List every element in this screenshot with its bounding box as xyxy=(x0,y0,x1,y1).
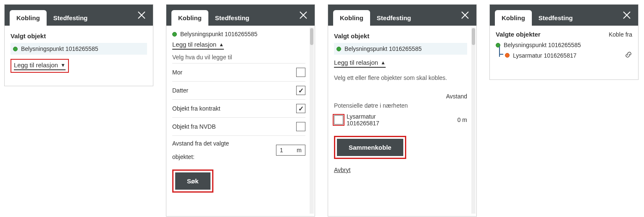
add-relation-toggle[interactable]: Legg til relasjon ▲ xyxy=(172,41,224,50)
tree-parent-row[interactable]: Belysningspunkt 1016265585 xyxy=(496,40,632,50)
option-row-nvdb: Objekt fra NVDB xyxy=(172,117,305,135)
checkbox-datter[interactable] xyxy=(296,86,305,95)
option-row-kontrakt: Objekt fra kontrakt xyxy=(172,99,305,117)
tab-kobling[interactable]: Kobling xyxy=(171,10,208,26)
selected-objects-heading: Valgte objekter xyxy=(496,31,541,38)
candidates-label: Potensielle døtre i nærheten xyxy=(334,102,467,109)
option-row-mor: Mor xyxy=(172,63,305,81)
status-dot-icon xyxy=(13,47,18,51)
option-label: Objekt fra kontrakt xyxy=(172,105,220,112)
disconnect-link[interactable]: Koble fra xyxy=(609,31,632,38)
panel-step-2: Kobling Stedfesting Belysningspunkt 1016… xyxy=(166,4,315,217)
tree-parent-name: Belysningspunkt 1016265585 xyxy=(504,42,581,48)
highlight-box: Sammenkoble xyxy=(334,136,406,159)
panel-step-4: Kobling Stedfesting Valgte objekter Kobl… xyxy=(489,4,639,80)
panel-body: Belysningspunkt 1016265585 Legg til rela… xyxy=(166,26,315,216)
add-relation-toggle[interactable]: Legg til relasjon ▲ xyxy=(334,59,386,68)
checkbox-candidate[interactable] xyxy=(334,115,343,124)
tab-kobling[interactable]: Kobling xyxy=(333,10,370,26)
relation-tree: Belysningspunkt 1016265585 Lysarmatur 10… xyxy=(496,40,632,61)
distance-column-header: Avstand xyxy=(334,93,467,100)
add-relation-label: Legg til relasjon xyxy=(172,41,216,48)
close-icon[interactable] xyxy=(296,8,310,22)
chevron-up-icon: ▲ xyxy=(219,42,224,48)
tab-kobling[interactable]: Kobling xyxy=(495,10,532,26)
panel-step-1: Kobling Stedfesting Valgt objekt Belysni… xyxy=(4,4,153,86)
distance-label-1: Avstand fra det valgte xyxy=(172,140,229,147)
panel-header: Kobling Stedfesting xyxy=(166,5,315,26)
option-label: Mor xyxy=(172,69,182,76)
panel-header: Kobling Stedfesting xyxy=(5,5,153,26)
panel-header: Kobling Stedfesting xyxy=(328,5,476,26)
close-icon[interactable] xyxy=(134,8,149,22)
status-dot-icon xyxy=(172,32,177,37)
add-relation-label: Legg til relasjon xyxy=(334,59,378,66)
option-label: Objekt fra NVDB xyxy=(172,123,216,130)
candidate-name: Lysarmatur 1016265817 xyxy=(347,113,410,127)
selected-object-row[interactable]: Belysningspunkt 1016265585 xyxy=(334,43,467,55)
selected-object-heading: Valgt objekt xyxy=(334,32,467,40)
candidate-row: Lysarmatur 1016265817 0 m xyxy=(334,111,467,128)
connect-button[interactable]: Sammenkoble xyxy=(337,139,403,156)
option-label: Datter xyxy=(172,87,188,94)
status-dot-icon xyxy=(505,53,510,58)
selected-object-name: Belysningspunkt 1016265585 xyxy=(344,45,422,52)
unlink-icon[interactable] xyxy=(625,51,632,60)
selected-object-heading: Valgt objekt xyxy=(11,32,147,40)
chevron-up-icon: ▲ xyxy=(381,60,386,66)
tab-kobling[interactable]: Kobling xyxy=(10,10,47,26)
add-relation-label: Legg til relasjon xyxy=(14,61,58,69)
checkbox-kontrakt[interactable] xyxy=(296,104,305,113)
add-relation-toggle[interactable]: Legg til relasjon ▼ xyxy=(14,61,66,70)
tree-child-row[interactable]: Lysarmatur 1016265817 xyxy=(496,50,632,61)
chevron-down-icon: ▼ xyxy=(60,62,66,68)
checkbox-nvdb[interactable] xyxy=(296,122,305,131)
helper-text: Velg hva du vil legge til xyxy=(172,54,305,61)
cancel-link[interactable]: Avbryt xyxy=(334,167,350,173)
distance-input[interactable]: 1 m xyxy=(276,145,305,156)
panel-body: Valgte objekter Koble fra Belysningspunk… xyxy=(490,26,638,79)
panel-body: Valgt objekt Belysningspunkt 1016265585 … xyxy=(328,26,476,216)
tree-child-name: Lysarmatur 1016265817 xyxy=(513,52,576,59)
distance-label-2: objektet: xyxy=(172,153,229,160)
highlight-box: Legg til relasjon ▼ xyxy=(11,59,69,73)
panel-header: Kobling Stedfesting xyxy=(490,5,638,26)
panel-step-3: Kobling Stedfesting Valgt objekt Belysni… xyxy=(328,4,477,217)
search-button[interactable]: Søk xyxy=(175,172,210,190)
selected-object-row[interactable]: Belysningspunkt 1016265585 xyxy=(11,43,147,55)
distance-row: Avstand fra det valgte objektet: 1 m xyxy=(172,135,305,160)
distance-unit: m xyxy=(297,147,302,153)
helper-text: Velg ett eller flere objekter som skal k… xyxy=(334,74,467,81)
close-icon[interactable] xyxy=(458,8,472,22)
selected-object-name: Belysningspunkt 1016265585 xyxy=(180,31,258,37)
tab-stedfesting[interactable]: Stedfesting xyxy=(208,10,256,26)
option-row-datter: Datter xyxy=(172,81,305,99)
panel-body: Valgt objekt Belysningspunkt 1016265585 … xyxy=(5,26,153,86)
highlight-box: Søk xyxy=(172,169,213,193)
close-icon[interactable] xyxy=(620,8,634,22)
checkbox-mor[interactable] xyxy=(296,68,305,77)
tab-stedfesting[interactable]: Stedfesting xyxy=(532,10,580,26)
candidate-distance: 0 m xyxy=(457,116,467,123)
tab-stedfesting[interactable]: Stedfesting xyxy=(370,10,418,26)
status-dot-icon xyxy=(336,47,341,51)
distance-value: 1 xyxy=(280,147,283,153)
tab-stedfesting[interactable]: Stedfesting xyxy=(47,10,95,26)
selected-object-name: Belysningspunkt 1016265585 xyxy=(21,45,98,52)
